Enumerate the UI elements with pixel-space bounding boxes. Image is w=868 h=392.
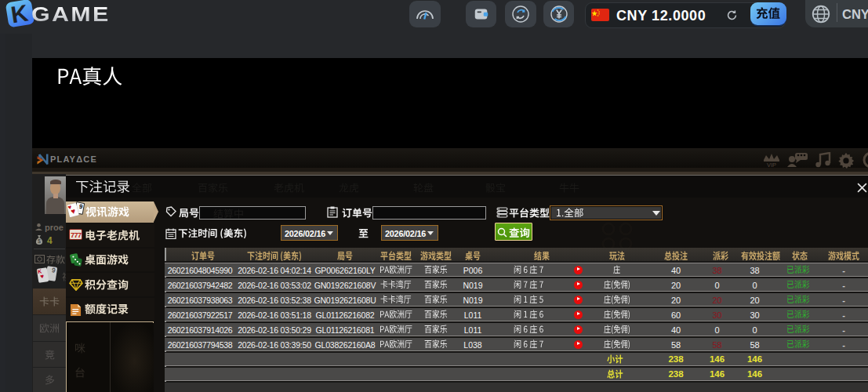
- svg-text:$: $: [38, 238, 41, 244]
- svg-text:VIP: VIP: [767, 162, 776, 168]
